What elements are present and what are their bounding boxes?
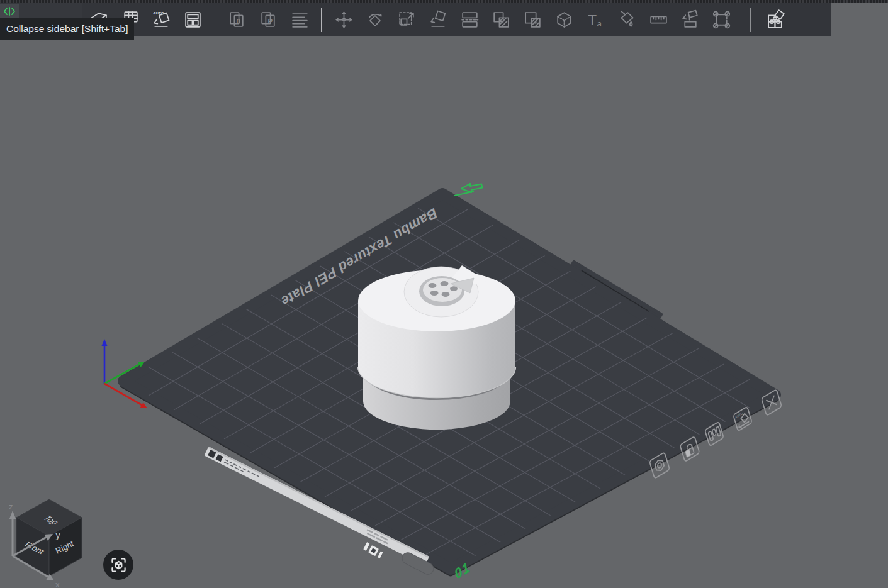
rotate-button[interactable] [361,6,389,34]
fit-view-cube-icon [110,557,127,574]
svg-text:0: 0 [236,18,240,25]
collapse-sidebar-tooltip: Collapse sidebar [Shift+Tab] [0,18,134,40]
cut-icon [459,9,480,30]
rotate-icon [365,9,386,30]
add-text-button[interactable]: Ta [582,6,609,34]
seam-paint-icon [680,9,700,30]
plate-front-arrow [454,184,483,196]
svg-text:T: T [588,11,597,28]
seam-paint-button[interactable] [676,6,704,34]
collapse-sidebar-button[interactable] [0,4,19,19]
collapse-sidebar-icon [3,6,16,17]
add-text-icon: Ta [585,9,606,30]
toolbar-separator [321,8,322,32]
mesh-boolean-icon [491,9,512,30]
slicer-app: AUTO 0 P Ta Collapse sidebar [Shift+Tab] [0,0,888,588]
mesh-cube-icon [554,9,575,30]
measure-icon [648,9,669,30]
fill-region-button[interactable] [519,6,546,34]
auto-orient-icon: AUTO [151,9,172,30]
nav-cube-z-label: z [9,502,13,511]
cut-button[interactable] [456,6,483,34]
layers-list-button[interactable] [286,6,313,34]
variable-layer-height-icon [711,9,732,30]
toolbar-separator [750,8,751,32]
model-cylinder[interactable] [358,265,515,430]
mesh-cube-button[interactable] [550,6,578,34]
mesh-boolean-button[interactable] [487,6,515,34]
scale-icon [396,9,417,30]
svg-text:a: a [597,19,602,28]
place-on-face-icon [428,9,449,30]
place-on-face-button[interactable] [424,6,452,34]
plugins-button[interactable] [762,6,789,34]
plugins-puzzle-icon [765,9,786,30]
measure-button[interactable] [644,6,672,34]
paste-button[interactable]: P [254,6,282,34]
scale-button[interactable] [393,6,420,34]
split-layout-button[interactable] [179,6,206,34]
plate-front-marks [363,542,384,558]
variable-layer-height-button[interactable] [707,6,735,34]
svg-text:P: P [267,18,273,25]
split-layout-icon [183,9,203,30]
move-button[interactable] [330,6,357,34]
viewport-3d[interactable]: Bambu Textured PEI Plate 01 [0,36,888,588]
paint-color-button[interactable] [613,6,641,34]
fit-view-button[interactable] [103,550,133,580]
paste-icon: P [258,9,279,30]
move-icon [334,9,354,30]
layers-list-icon [289,9,310,30]
nav-cube-x-label: x [55,580,60,588]
fill-region-icon [522,9,543,30]
auto-orient-button[interactable]: AUTO [147,6,175,34]
nav-cube[interactable]: Top Front Right z y x [9,499,82,588]
copy-button[interactable]: 0 [223,6,250,34]
copy-icon: 0 [227,9,247,30]
nav-cube-y-label: y [55,530,60,540]
paint-color-icon [617,9,638,30]
